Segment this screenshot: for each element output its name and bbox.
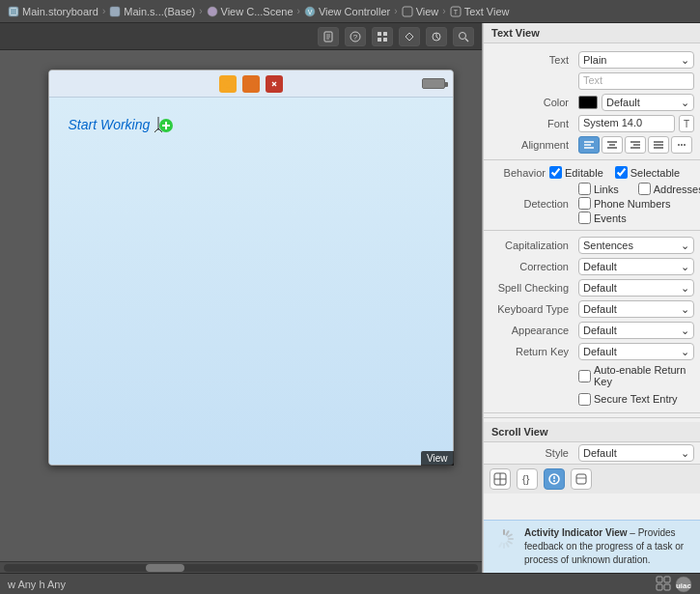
- green-plus-button[interactable]: [159, 119, 173, 134]
- inspector-icon-btn-2[interactable]: {}: [517, 468, 538, 490]
- events-check[interactable]: Events: [578, 212, 627, 224]
- capitalization-dropdown[interactable]: Sentences ⌄: [578, 237, 694, 254]
- breadcrumb: Main.storyboard › Main.s...(Base) › View…: [0, 0, 700, 23]
- inspector-icon-btn-4[interactable]: [571, 468, 592, 490]
- auto-enable-checkbox[interactable]: [578, 370, 591, 382]
- appearance-label: Appearance: [490, 325, 574, 336]
- breadcrumb-item-view[interactable]: View: [402, 6, 439, 17]
- addresses-label: Addresses: [654, 184, 700, 195]
- top-icon-yellow: [219, 75, 237, 93]
- phone-check[interactable]: Phone Numbers: [578, 197, 671, 210]
- align-center-button[interactable]: [602, 136, 623, 154]
- breadcrumb-item-storyboard[interactable]: Main.storyboard: [8, 6, 98, 17]
- correction-dropdown[interactable]: Default ⌄: [578, 258, 694, 275]
- addresses-check[interactable]: Addresses: [638, 183, 700, 195]
- svg-rect-17: [378, 38, 381, 42]
- text-label: Text: [490, 54, 574, 66]
- size-class-label: w Any h Any: [8, 579, 66, 590]
- svg-text:V: V: [308, 9, 313, 15]
- font-field[interactable]: System 14.0: [578, 115, 675, 132]
- behavior-row: Behavior Editable Selectable: [484, 164, 700, 181]
- svg-point-53: [553, 480, 555, 482]
- selectable-checkbox[interactable]: [615, 166, 628, 179]
- color-dropdown-arrow: ⌄: [681, 97, 689, 109]
- canvas-scroll[interactable]: ›: [0, 50, 482, 561]
- device-content[interactable]: Start Working: [49, 98, 453, 465]
- view-label-tag: View: [421, 451, 454, 466]
- canvas-area: ? ›: [0, 23, 482, 573]
- svg-line-57: [507, 531, 509, 535]
- links-check[interactable]: Links: [578, 183, 619, 195]
- phone-checkbox[interactable]: [578, 197, 591, 210]
- breadcrumb-item-controller[interactable]: V View Controller: [304, 6, 390, 17]
- toolbar-info-icon[interactable]: ?: [345, 27, 366, 46]
- secure-text-row: Secure Text Entry: [484, 389, 700, 409]
- style-dropdown[interactable]: Default ⌄: [578, 444, 694, 462]
- keyboard-dropdown[interactable]: Default ⌄: [578, 300, 694, 318]
- text-dropdown[interactable]: Plain ⌄: [578, 51, 694, 69]
- grid-layout-btn[interactable]: [656, 576, 671, 593]
- horizontal-scrollbar[interactable]: [4, 564, 478, 572]
- toolbar-grid-icon[interactable]: [372, 27, 393, 46]
- breadcrumb-item-scene[interactable]: View C...Scene: [207, 6, 294, 17]
- appearance-dropdown[interactable]: Default ⌄: [578, 322, 694, 339]
- svg-point-44: [678, 144, 680, 146]
- text-input-placeholder[interactable]: Text: [578, 72, 694, 90]
- svg-point-22: [224, 80, 232, 88]
- bottom-left-area: w Any h Any: [8, 579, 66, 590]
- breadcrumb-sep-5: ›: [442, 6, 445, 16]
- capitalization-row: Capitalization Sentences ⌄: [484, 235, 700, 256]
- scroll-view-title: Scroll View: [484, 422, 700, 442]
- events-checkbox[interactable]: [578, 212, 591, 224]
- detection-row: Detection Links Addresses: [484, 181, 700, 226]
- align-justify-button[interactable]: [648, 136, 669, 154]
- toolbar-nav-icon[interactable]: [399, 27, 420, 46]
- inspector-icon-btn-1[interactable]: [490, 468, 511, 490]
- align-left-button[interactable]: [578, 136, 600, 154]
- bottom-right-area: uiac: [656, 576, 692, 593]
- correction-label: Correction: [490, 261, 574, 272]
- text-placeholder-row: Text: [484, 71, 700, 92]
- divider-1: [484, 159, 700, 160]
- return-key-row: Return Key Default ⌄: [484, 341, 700, 362]
- editable-label: Editable: [565, 167, 603, 179]
- appear-dropdown-arrow: ⌄: [681, 325, 689, 337]
- align-more-button[interactable]: [671, 136, 692, 154]
- addresses-checkbox[interactable]: [638, 183, 651, 195]
- links-checkbox[interactable]: [578, 183, 591, 195]
- svg-rect-67: [664, 584, 670, 590]
- selectable-check[interactable]: Selectable: [615, 166, 680, 179]
- toolbar-library-icon[interactable]: [426, 27, 447, 46]
- capitalization-label: Capitalization: [490, 240, 574, 251]
- breadcrumb-item-base[interactable]: Main.s...(Base): [109, 6, 195, 17]
- uiac-label: uiac: [675, 576, 692, 593]
- spell-label: Spell Checking: [490, 282, 574, 294]
- auto-enable-check[interactable]: Auto-enable Return Key: [578, 364, 686, 387]
- uiac-icon: uiac: [675, 576, 692, 593]
- secure-check[interactable]: Secure Text Entry: [578, 393, 678, 406]
- svg-text:T: T: [453, 9, 458, 15]
- base-icon: [109, 6, 121, 17]
- return-dropdown[interactable]: Default ⌄: [578, 343, 694, 360]
- svg-rect-18: [383, 38, 387, 42]
- auto-enable-label: Auto-enable Return Key: [594, 364, 686, 387]
- editable-checkbox[interactable]: [549, 166, 562, 179]
- svg-text:uiac: uiac: [676, 581, 692, 590]
- font-t-button[interactable]: T: [679, 115, 694, 132]
- inspector-icon-btn-3[interactable]: [544, 468, 565, 490]
- breadcrumb-item-textview[interactable]: T Text View: [450, 6, 510, 17]
- text-dropdown-arrow: ⌄: [681, 54, 689, 67]
- color-swatch[interactable]: [578, 96, 598, 109]
- device-frame[interactable]: Start Working: [48, 70, 454, 466]
- toolbar-doc-icon[interactable]: [318, 27, 339, 46]
- inspector-title: Text View: [484, 23, 700, 43]
- editable-check[interactable]: Editable: [549, 166, 603, 179]
- activity-hint: Activity Indicator View – Provides feedb…: [484, 520, 700, 573]
- toolbar-zoom-icon[interactable]: [453, 27, 474, 46]
- auto-enable-row: Auto-enable Return Key: [484, 362, 700, 389]
- secure-checkbox[interactable]: [578, 393, 591, 406]
- svg-text:?: ?: [353, 33, 358, 42]
- spell-dropdown[interactable]: Default ⌄: [578, 279, 694, 297]
- color-dropdown[interactable]: Default ⌄: [602, 94, 694, 111]
- align-right-button[interactable]: [625, 136, 646, 154]
